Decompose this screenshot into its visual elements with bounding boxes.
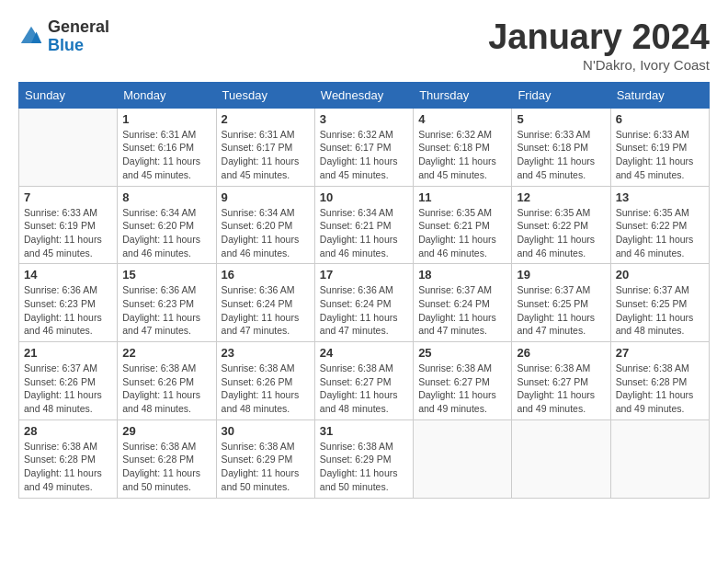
day-number: 12 [517, 190, 605, 204]
day-number: 18 [418, 268, 506, 282]
day-number: 13 [616, 190, 704, 204]
day-number: 20 [616, 268, 704, 282]
calendar-cell: 12Sunrise: 6:35 AM Sunset: 6:22 PM Dayli… [512, 186, 610, 264]
title-block: January 2024 N'Dakro, Ivory Coast [488, 18, 710, 73]
day-info: Sunrise: 6:38 AM Sunset: 6:28 PM Dayligh… [24, 440, 112, 494]
weekday-header-tuesday: Tuesday [216, 82, 314, 108]
day-number: 3 [320, 112, 408, 126]
calendar-cell: 7Sunrise: 6:33 AM Sunset: 6:19 PM Daylig… [19, 186, 118, 264]
day-info: Sunrise: 6:36 AM Sunset: 6:24 PM Dayligh… [222, 283, 310, 338]
day-number: 17 [320, 268, 408, 282]
day-number: 2 [222, 112, 310, 126]
calendar-cell: 18Sunrise: 6:37 AM Sunset: 6:24 PM Dayli… [414, 264, 512, 342]
day-info: Sunrise: 6:36 AM Sunset: 6:23 PM Dayligh… [122, 283, 210, 338]
day-info: Sunrise: 6:33 AM Sunset: 6:19 PM Dayligh… [616, 128, 704, 182]
logo-general-text: General [48, 18, 109, 37]
day-number: 15 [122, 268, 210, 282]
day-info: Sunrise: 6:35 AM Sunset: 6:21 PM Dayligh… [418, 206, 506, 260]
weekday-header-friday: Friday [512, 82, 610, 108]
calendar-cell: 10Sunrise: 6:34 AM Sunset: 6:21 PM Dayli… [314, 186, 413, 264]
day-number: 5 [517, 112, 605, 126]
day-info: Sunrise: 6:37 AM Sunset: 6:25 PM Dayligh… [517, 283, 605, 338]
day-number: 28 [24, 424, 112, 438]
day-info: Sunrise: 6:33 AM Sunset: 6:18 PM Dayligh… [517, 128, 605, 182]
day-info: Sunrise: 6:38 AM Sunset: 6:29 PM Dayligh… [320, 440, 408, 494]
calendar-cell: 19Sunrise: 6:37 AM Sunset: 6:25 PM Dayli… [512, 264, 610, 342]
month-title: January 2024 [488, 18, 710, 57]
day-info: Sunrise: 6:38 AM Sunset: 6:27 PM Dayligh… [517, 362, 605, 416]
calendar-cell: 11Sunrise: 6:35 AM Sunset: 6:21 PM Dayli… [414, 186, 512, 264]
weekday-header-wednesday: Wednesday [314, 82, 413, 108]
logo-icon [18, 24, 44, 50]
calendar-cell: 2Sunrise: 6:31 AM Sunset: 6:17 PM Daylig… [216, 108, 314, 186]
day-number: 16 [222, 268, 310, 282]
day-info: Sunrise: 6:32 AM Sunset: 6:17 PM Dayligh… [320, 128, 408, 182]
day-info: Sunrise: 6:38 AM Sunset: 6:27 PM Dayligh… [418, 362, 506, 416]
calendar-cell: 23Sunrise: 6:38 AM Sunset: 6:26 PM Dayli… [216, 342, 314, 420]
day-number: 30 [222, 424, 310, 438]
logo-blue-text: Blue [48, 37, 109, 55]
calendar-cell: 4Sunrise: 6:32 AM Sunset: 6:18 PM Daylig… [414, 108, 512, 186]
calendar-cell: 20Sunrise: 6:37 AM Sunset: 6:25 PM Dayli… [610, 264, 709, 342]
day-number: 24 [320, 346, 408, 360]
day-number: 14 [24, 268, 112, 282]
calendar-cell [19, 108, 118, 186]
calendar-cell: 26Sunrise: 6:38 AM Sunset: 6:27 PM Dayli… [512, 342, 610, 420]
week-row-1: 1Sunrise: 6:31 AM Sunset: 6:16 PM Daylig… [19, 108, 710, 186]
day-info: Sunrise: 6:37 AM Sunset: 6:25 PM Dayligh… [616, 283, 704, 338]
calendar-cell: 1Sunrise: 6:31 AM Sunset: 6:16 PM Daylig… [118, 108, 216, 186]
day-number: 29 [122, 424, 210, 438]
day-number: 9 [222, 190, 310, 204]
day-number: 7 [24, 190, 112, 204]
calendar-cell: 9Sunrise: 6:34 AM Sunset: 6:20 PM Daylig… [216, 186, 314, 264]
calendar-cell [512, 419, 610, 498]
week-row-2: 7Sunrise: 6:33 AM Sunset: 6:19 PM Daylig… [19, 186, 710, 264]
weekday-header-monday: Monday [118, 82, 216, 108]
weekday-header-saturday: Saturday [610, 82, 709, 108]
day-info: Sunrise: 6:35 AM Sunset: 6:22 PM Dayligh… [616, 206, 704, 260]
day-number: 26 [517, 346, 605, 360]
day-number: 1 [122, 112, 210, 126]
location-text: N'Dakro, Ivory Coast [488, 57, 710, 73]
day-number: 10 [320, 190, 408, 204]
calendar-cell: 25Sunrise: 6:38 AM Sunset: 6:27 PM Dayli… [414, 342, 512, 420]
day-number: 19 [517, 268, 605, 282]
day-info: Sunrise: 6:38 AM Sunset: 6:26 PM Dayligh… [122, 362, 210, 416]
weekday-header-thursday: Thursday [414, 82, 512, 108]
day-number: 25 [418, 346, 506, 360]
day-info: Sunrise: 6:34 AM Sunset: 6:20 PM Dayligh… [222, 206, 310, 260]
day-info: Sunrise: 6:34 AM Sunset: 6:20 PM Dayligh… [122, 206, 210, 260]
day-info: Sunrise: 6:35 AM Sunset: 6:22 PM Dayligh… [517, 206, 605, 260]
page-header: General Blue January 2024 N'Dakro, Ivory… [18, 18, 710, 73]
day-number: 11 [418, 190, 506, 204]
calendar-cell: 31Sunrise: 6:38 AM Sunset: 6:29 PM Dayli… [314, 419, 413, 498]
calendar-cell: 13Sunrise: 6:35 AM Sunset: 6:22 PM Dayli… [610, 186, 709, 264]
day-info: Sunrise: 6:36 AM Sunset: 6:23 PM Dayligh… [24, 283, 112, 338]
calendar-cell: 17Sunrise: 6:36 AM Sunset: 6:24 PM Dayli… [314, 264, 413, 342]
day-info: Sunrise: 6:32 AM Sunset: 6:18 PM Dayligh… [418, 128, 506, 182]
day-number: 31 [320, 424, 408, 438]
calendar-table: SundayMondayTuesdayWednesdayThursdayFrid… [18, 82, 710, 499]
calendar-cell: 14Sunrise: 6:36 AM Sunset: 6:23 PM Dayli… [19, 264, 118, 342]
calendar-cell: 24Sunrise: 6:38 AM Sunset: 6:27 PM Dayli… [314, 342, 413, 420]
day-info: Sunrise: 6:38 AM Sunset: 6:29 PM Dayligh… [222, 440, 310, 494]
calendar-cell: 3Sunrise: 6:32 AM Sunset: 6:17 PM Daylig… [314, 108, 413, 186]
week-row-5: 28Sunrise: 6:38 AM Sunset: 6:28 PM Dayli… [19, 419, 710, 498]
calendar-cell [414, 419, 512, 498]
calendar-cell: 8Sunrise: 6:34 AM Sunset: 6:20 PM Daylig… [118, 186, 216, 264]
calendar-cell: 22Sunrise: 6:38 AM Sunset: 6:26 PM Dayli… [118, 342, 216, 420]
calendar-cell: 16Sunrise: 6:36 AM Sunset: 6:24 PM Dayli… [216, 264, 314, 342]
day-info: Sunrise: 6:38 AM Sunset: 6:27 PM Dayligh… [320, 362, 408, 416]
day-number: 4 [418, 112, 506, 126]
day-info: Sunrise: 6:38 AM Sunset: 6:26 PM Dayligh… [222, 362, 310, 416]
day-number: 8 [122, 190, 210, 204]
week-row-4: 21Sunrise: 6:37 AM Sunset: 6:26 PM Dayli… [19, 342, 710, 420]
calendar-cell: 28Sunrise: 6:38 AM Sunset: 6:28 PM Dayli… [19, 419, 118, 498]
calendar-cell [610, 419, 709, 498]
day-info: Sunrise: 6:38 AM Sunset: 6:28 PM Dayligh… [122, 440, 210, 494]
day-number: 6 [616, 112, 704, 126]
calendar-cell: 5Sunrise: 6:33 AM Sunset: 6:18 PM Daylig… [512, 108, 610, 186]
day-number: 23 [222, 346, 310, 360]
calendar-cell: 15Sunrise: 6:36 AM Sunset: 6:23 PM Dayli… [118, 264, 216, 342]
calendar-cell: 29Sunrise: 6:38 AM Sunset: 6:28 PM Dayli… [118, 419, 216, 498]
